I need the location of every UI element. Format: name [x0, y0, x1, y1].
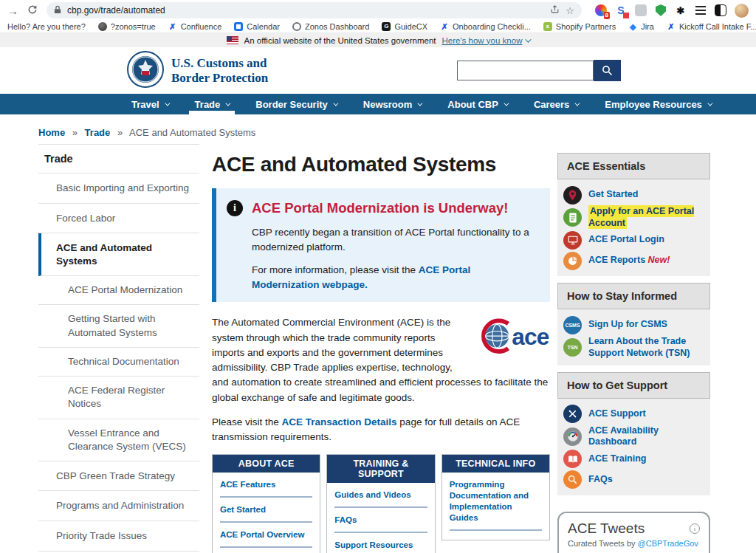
support-resources-link[interactable]: Support Resources: [334, 540, 427, 553]
s-extension-icon[interactable]: S: [615, 4, 627, 16]
tweets-title: ACE Tweets: [568, 521, 645, 537]
pinwheel-extension-icon[interactable]: 8: [595, 4, 607, 16]
sidebar-item-forced-labor[interactable]: Forced Labor: [38, 204, 199, 234]
primary-nav: Travel Trade Border Security Newsroom Ab…: [0, 94, 756, 114]
url-text[interactable]: cbp.gov/trade/automated: [67, 5, 544, 16]
reading-list-icon[interactable]: [695, 4, 707, 16]
info-icon[interactable]: i: [690, 523, 700, 534]
chevron-down-icon: [226, 100, 231, 106]
nav-employee-resources[interactable]: Employee Resources: [605, 94, 711, 114]
ace-tweets-widget: ACE Tweets i Curated Tweets by @CBPTrade…: [557, 512, 710, 553]
sidebar-item-programs-administration[interactable]: Programs and Administration: [38, 491, 199, 521]
profile-avatar[interactable]: [735, 4, 749, 18]
share-icon[interactable]: [550, 4, 560, 16]
url-bar[interactable]: cbp.gov/trade/automated ☆: [47, 2, 582, 18]
sidebar-item-federal-register-notices[interactable]: ACE Federal Register Notices: [38, 377, 199, 419]
sidebar-item-basic-importing[interactable]: Basic Importing and Exporting: [38, 174, 199, 204]
google-calendar-icon: [234, 22, 243, 31]
left-sidebar-nav: Trade Basic Importing and Exporting Forc…: [38, 144, 199, 553]
bookmark-onboarding[interactable]: ✗Onboarding Checkli...: [440, 22, 531, 31]
tsn-link[interactable]: Learn About the Trade Support Network (T…: [588, 336, 704, 359]
get-started-link[interactable]: Get Started: [220, 504, 312, 523]
section-header: ACE Essentials: [557, 153, 710, 179]
ace-transaction-details-link[interactable]: ACE Transaction Details: [282, 416, 397, 427]
monitor-icon: [563, 231, 582, 250]
nav-travel[interactable]: Travel: [131, 94, 168, 114]
dark-mode-extension-icon[interactable]: [715, 4, 726, 16]
search-input[interactable]: [457, 61, 594, 80]
faqs-link[interactable]: FAQs: [334, 515, 427, 533]
disabled-extension-icon[interactable]: [635, 4, 647, 16]
ace-training-link[interactable]: ACE Training: [588, 453, 646, 465]
nav-border-security[interactable]: Border Security: [255, 94, 337, 114]
faqs-support-link[interactable]: FAQs: [588, 474, 613, 486]
availability-dashboard-link[interactable]: ACE Availability Dashboard: [588, 425, 704, 448]
bookmark-calendar[interactable]: Calendar: [234, 22, 280, 31]
sign-up-csms-link[interactable]: Sign Up for CSMS: [588, 319, 667, 331]
bookmark-hello[interactable]: Hello? Are you there?: [7, 22, 86, 31]
sidebar-item-ace-portal-modernization[interactable]: ACE Portal Modernization: [38, 276, 199, 305]
shield-extension-icon[interactable]: [655, 4, 667, 16]
cbp-seal-logo[interactable]: [127, 51, 164, 91]
section-header: How to Get Support: [557, 372, 710, 399]
pie-chart-icon: [563, 252, 582, 270]
pin-extension-icon[interactable]: ✱: [675, 4, 687, 16]
alert-title: ACE Portal Modernization is Underway!: [252, 200, 508, 216]
box-header: TECHNICAL INFO: [442, 455, 549, 473]
bookmark-star-icon[interactable]: ☆: [566, 5, 574, 16]
ace-reports-link[interactable]: ACE Reports New!: [588, 255, 670, 267]
nav-about-cbp[interactable]: About CBP: [447, 94, 507, 114]
info-icon: i: [227, 200, 243, 216]
new-badge: New!: [648, 255, 670, 265]
how-you-know-link[interactable]: Here's how you know: [442, 36, 530, 45]
nav-careers[interactable]: Careers: [534, 94, 578, 114]
breadcrumb-home[interactable]: Home: [38, 127, 65, 138]
list-item: Get Started: [563, 185, 704, 205]
sidebar-item-ace-automated-systems[interactable]: ACE and Automated Systems: [38, 233, 199, 276]
about-ace-box: ABOUT ACE ACE Features Get Started ACE P…: [212, 454, 320, 553]
technical-info-box: TECHNICAL INFO Programming Documentation…: [441, 454, 550, 540]
breadcrumb-trade[interactable]: Trade: [85, 127, 111, 138]
site-header: U.S. Customs and Border Protection: [0, 47, 756, 94]
list-item: Apply for an ACE Portal Account: [563, 206, 704, 229]
application-form-icon: [563, 208, 582, 227]
chevron-down-icon: [575, 100, 580, 106]
get-started-essential-link[interactable]: Get Started: [588, 189, 638, 201]
forward-icon[interactable]: →: [7, 5, 18, 16]
sidebar-heading-trade[interactable]: Trade: [38, 145, 199, 174]
bookmark-shopify[interactable]: sShopify Partners: [543, 22, 616, 31]
box-header: ABOUT ACE: [213, 455, 320, 473]
ace-support-link[interactable]: ACE Support: [588, 408, 646, 420]
nav-newsroom[interactable]: Newsroom: [363, 94, 421, 114]
extensions-row: 8 S ✱: [595, 4, 749, 18]
guides-videos-link[interactable]: Guides and Videos: [334, 490, 427, 508]
sidebar-item-technical-documentation[interactable]: Technical Documentation: [38, 348, 199, 377]
ace-features-link[interactable]: ACE Features: [220, 479, 312, 498]
ace-logo: ace: [476, 317, 550, 361]
bookmark-zonos-true[interactable]: ?zonos=true: [98, 22, 156, 31]
bookmark-jira[interactable]: ◆Jira: [628, 22, 654, 31]
sidebar-item-getting-started[interactable]: Getting Started with Automated Systems: [38, 305, 199, 347]
page-title: ACE and Automated Systems: [212, 153, 550, 176]
intro-paragraph: ace The Automated Commercial Environment…: [212, 315, 550, 405]
agency-name[interactable]: U.S. Customs and Border Protection: [171, 56, 268, 84]
list-item: ACE Training: [563, 450, 704, 469]
bookmark-zonos-dashboard[interactable]: Zonos Dashboard: [292, 22, 369, 31]
ace-portal-overview-link[interactable]: ACE Portal Overview: [220, 529, 312, 548]
bookmark-kickoff[interactable]: ✗Kickoff Call Intake F...: [667, 22, 756, 31]
cbptradegov-link[interactable]: @CBPTradeGov: [638, 539, 698, 548]
bookmark-guidecx[interactable]: GGuideCX: [382, 22, 427, 31]
programming-docs-link[interactable]: Programming Documentation and Implementa…: [450, 479, 542, 531]
bookmark-confluence[interactable]: ✗Confluence: [168, 22, 222, 31]
search-button[interactable]: [594, 60, 621, 81]
sidebar-item-green-trade[interactable]: CBP Green Trade Strategy: [38, 461, 199, 492]
nav-trade[interactable]: Trade: [195, 94, 230, 114]
refresh-icon[interactable]: [27, 4, 38, 16]
us-flag-icon: [227, 36, 238, 44]
alert-paragraph: For more information, please visit the A…: [252, 263, 537, 292]
sidebar-item-priority-trade-issues[interactable]: Priority Trade Issues: [38, 521, 199, 552]
ace-portal-login-link[interactable]: ACE Portal Login: [588, 234, 664, 246]
sidebar-item-vecs[interactable]: Vessel Entrance and Clearance System (VE…: [38, 419, 199, 461]
apply-ace-portal-link[interactable]: Apply for an ACE Portal Account: [588, 206, 704, 229]
right-rail: ACE Essentials Get Started Apply for an …: [557, 153, 710, 553]
